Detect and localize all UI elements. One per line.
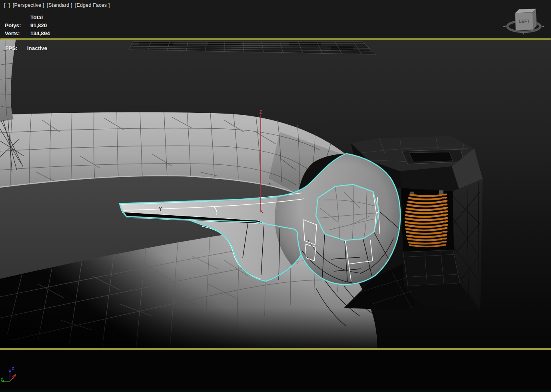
stats-total-header: Total: [30, 14, 50, 22]
viewport-statistics: Total Polys: 91,820 Verts: 134,894: [5, 14, 50, 38]
gizmo-x-marker-upper: ×: [272, 117, 275, 122]
viewcube-west-tick: [503, 26, 507, 26]
viewport-shading-style-menu[interactable]: [Edged Faces ]: [75, 2, 110, 8]
stats-verts-value: 134,894: [30, 30, 50, 38]
viewport-header: [+] [Perspective ] [Standard ] [Edged Fa…: [0, 0, 551, 38]
viewport-label: [+] [Perspective ] [Standard ] [Edged Fa…: [4, 2, 110, 8]
fps-readout: FPS:Inactive: [5, 45, 47, 51]
viewport-shading-quality-menu[interactable]: [Standard ]: [47, 2, 72, 8]
housing-recess: [409, 152, 453, 162]
gizmo-x-marker-lower: ×: [268, 181, 271, 187]
stats-polys-value: 91,820: [30, 22, 50, 30]
lower-viewport-strip[interactable]: z y x: [0, 350, 551, 392]
viewcube-cube[interactable]: LEFT: [515, 9, 537, 30]
3dsmax-viewport-screenshot: { "viewport_header": { "label": { "gener…: [0, 0, 551, 392]
scene-canvas[interactable]: Z Y × ×: [0, 40, 551, 348]
gizmo-z-axis-label[interactable]: Z: [259, 110, 262, 114]
viewport-pov-menu[interactable]: [Perspective ]: [13, 2, 44, 8]
viewport-general-menu[interactable]: [+]: [4, 2, 10, 8]
viewcube[interactable]: LEFT: [497, 2, 549, 38]
stats-verts-label: Verts:: [5, 30, 30, 38]
viewcube-face-label[interactable]: LEFT: [519, 19, 530, 24]
fps-label: FPS:: [5, 45, 18, 51]
tripod-x-label: x: [12, 375, 14, 380]
lower-strip-canvas: z y x: [0, 350, 551, 392]
viewcube-east-tick: [541, 26, 544, 26]
fps-value: Inactive: [27, 45, 47, 51]
gizmo-y-axis-label[interactable]: Y: [159, 206, 162, 212]
stats-polys-label: Polys:: [5, 22, 30, 30]
viewcube-south-tick: [523, 32, 523, 34]
tripod-z-label: z: [12, 366, 14, 370]
tripod-y-label: y: [1, 376, 3, 381]
world-axis-tripod-icon: z y x: [1, 366, 16, 382]
perspective-viewport[interactable]: FPS:Inactive: [0, 40, 551, 348]
